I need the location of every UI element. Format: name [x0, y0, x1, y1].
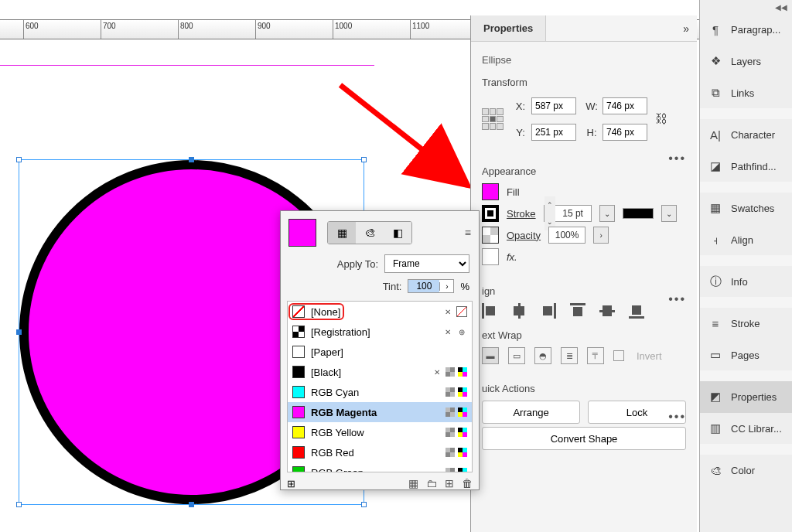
dock-item-links[interactable]: ⧉Links: [700, 77, 792, 109]
h-field[interactable]: [603, 124, 647, 141]
h-label: H:: [585, 127, 598, 138]
resize-handle-tc[interactable]: [189, 157, 194, 162]
swatch-item[interactable]: [None]✕: [288, 302, 472, 322]
fill-swatch[interactable]: [482, 183, 499, 200]
opacity-label[interactable]: Opacity: [507, 230, 541, 241]
tint-slider-arrow[interactable]: ›: [439, 282, 453, 291]
arrange-button[interactable]: Arrange: [482, 401, 580, 424]
dock-item-character[interactable]: A|Character: [700, 108, 792, 151]
dock-item-align[interactable]: ⫞Align: [700, 224, 792, 256]
resize-handle-bl[interactable]: [16, 502, 22, 507]
reference-point-grid[interactable]: [482, 108, 504, 130]
tint-input[interactable]: [408, 280, 439, 292]
convert-shape-button[interactable]: Convert Shape: [482, 427, 686, 450]
swatches-view-button[interactable]: ▦: [328, 222, 356, 244]
new-folder-icon[interactable]: 🗀: [426, 477, 437, 489]
align-icon: ⫞: [708, 234, 723, 246]
apply-to-label: Apply To:: [337, 258, 378, 270]
resize-handle-tl[interactable]: [16, 157, 22, 162]
swatch-item[interactable]: RGB Cyan: [288, 382, 472, 402]
page-bounds-guide: [0, 65, 374, 66]
gradient-button[interactable]: ◧: [384, 222, 411, 244]
dock-item-color[interactable]: 🎨︎Color: [700, 444, 792, 486]
transform-more-icon[interactable]: •••: [668, 152, 686, 165]
resize-handle-lc[interactable]: [16, 329, 22, 335]
dock-item-paragrap[interactable]: ¶Paragrap...: [700, 14, 792, 46]
noneditable-icon: ✕: [432, 367, 442, 377]
dock-item-label: CC Librar...: [731, 423, 782, 435]
dock-item-stroke[interactable]: ≡Stroke: [700, 297, 792, 339]
lib-icon: ▥: [708, 422, 723, 435]
color-mixer-button[interactable]: 🎨︎: [356, 222, 384, 244]
swatch-item[interactable]: [Registration]✕⊕: [288, 322, 472, 342]
swatch-list[interactable]: [None]✕[Registration]✕⊕[Paper][Black]✕RG…: [287, 301, 473, 472]
stroke-style-dropdown[interactable]: ⌄: [661, 205, 677, 222]
global-swatch-icon: [446, 448, 455, 457]
new-swatch-icon[interactable]: ⊞: [445, 477, 454, 489]
y-field[interactable]: [531, 124, 576, 141]
opacity-field[interactable]: 100%: [548, 227, 585, 244]
w-field[interactable]: [603, 97, 647, 114]
opacity-swatch[interactable]: [482, 227, 499, 244]
stroke-icon: ≡: [708, 317, 723, 329]
appearance-more-icon[interactable]: •••: [668, 292, 686, 306]
swatch-item[interactable]: [Black]✕: [288, 362, 472, 382]
swatch-color-chip: [292, 386, 305, 398]
fill-label[interactable]: Fill: [507, 186, 520, 198]
dock-item-cclibrar[interactable]: ▥CC Librar...: [700, 413, 792, 445]
resize-handle-tr[interactable]: [361, 157, 367, 162]
invert-checkbox[interactable]: [613, 350, 624, 361]
dock-item-pages[interactable]: ▭Pages: [700, 339, 792, 371]
stroke-weight-stepper[interactable]: ⌃⌄15 pt: [544, 205, 592, 222]
textwrap-jump-icon[interactable]: ≣: [561, 347, 578, 364]
stroke-weight-dropdown[interactable]: ⌄: [599, 205, 615, 222]
opacity-slider-arrow[interactable]: ›: [593, 227, 609, 244]
current-fill-swatch[interactable]: [288, 219, 316, 247]
dock-item-label: Character: [731, 129, 775, 141]
new-swatch-group-icon[interactable]: ⊞: [287, 478, 295, 489]
transform-section-title: Transform: [482, 77, 686, 88]
swatch-badges: ✕: [432, 367, 467, 377]
swatch-item[interactable]: RGB Red: [288, 442, 472, 462]
tint-percent-label: %: [460, 281, 469, 292]
align-bottom-icon[interactable]: [629, 303, 644, 319]
fx-label[interactable]: fx.: [507, 251, 517, 263]
delete-swatch-icon[interactable]: 🗑︎: [462, 477, 473, 489]
swatch-item[interactable]: [Paper]: [288, 342, 472, 362]
resize-handle-br[interactable]: [361, 502, 367, 507]
stroke-swatch[interactable]: [482, 205, 499, 222]
textwrap-bbox-icon[interactable]: ▭: [508, 347, 525, 364]
swatch-grid-view-icon[interactable]: ▦: [408, 477, 418, 489]
dock-item-info[interactable]: ⓘInfo: [700, 255, 792, 298]
textwrap-more-icon[interactable]: •••: [668, 410, 686, 424]
align-left-icon[interactable]: [482, 303, 497, 319]
dock-item-layers[interactable]: ❖Layers: [700, 46, 792, 77]
align-right-icon[interactable]: [541, 303, 556, 319]
dock-item-properties[interactable]: ◩Properties: [700, 370, 792, 413]
panel-expand-icon[interactable]: »: [683, 22, 689, 35]
apply-to-select[interactable]: Frame: [384, 254, 469, 273]
align-vcenter-icon[interactable]: [599, 303, 615, 319]
dock-item-pathfind[interactable]: ◪Pathfind...: [700, 151, 792, 182]
dock-item-swatches[interactable]: ▦Swatches: [700, 182, 792, 224]
resize-handle-bc[interactable]: [189, 502, 194, 507]
align-hcenter-icon[interactable]: [511, 303, 527, 319]
textwrap-jumpnext-icon[interactable]: 〒: [587, 347, 604, 364]
swatch-item[interactable]: RGB Yellow: [288, 422, 472, 442]
collapse-dock-icon[interactable]: ◀◀: [775, 3, 787, 12]
textwrap-none-icon[interactable]: ▬: [482, 347, 499, 364]
stroke-label[interactable]: Stroke: [507, 208, 536, 220]
constrain-proportions-icon[interactable]: ⛓︎: [655, 112, 667, 126]
flyout-menu-icon[interactable]: ≡: [465, 227, 471, 239]
swatches-flyout-panel: ▦ 🎨︎ ◧ ≡ Apply To: Frame Tint: › % [None…: [280, 210, 480, 490]
tint-field[interactable]: ›: [408, 279, 454, 293]
stroke-style-preview[interactable]: [623, 208, 654, 219]
textwrap-shape-icon[interactable]: ◓: [534, 347, 551, 364]
x-field[interactable]: [531, 97, 576, 114]
swatch-item[interactable]: RGB Magenta: [288, 402, 472, 422]
dock-item-label: Align: [731, 234, 753, 246]
properties-tab[interactable]: Properties: [471, 15, 546, 41]
fx-swatch[interactable]: [482, 248, 499, 265]
align-top-icon[interactable]: [570, 303, 585, 319]
swatch-item[interactable]: RGB Green: [288, 462, 472, 472]
